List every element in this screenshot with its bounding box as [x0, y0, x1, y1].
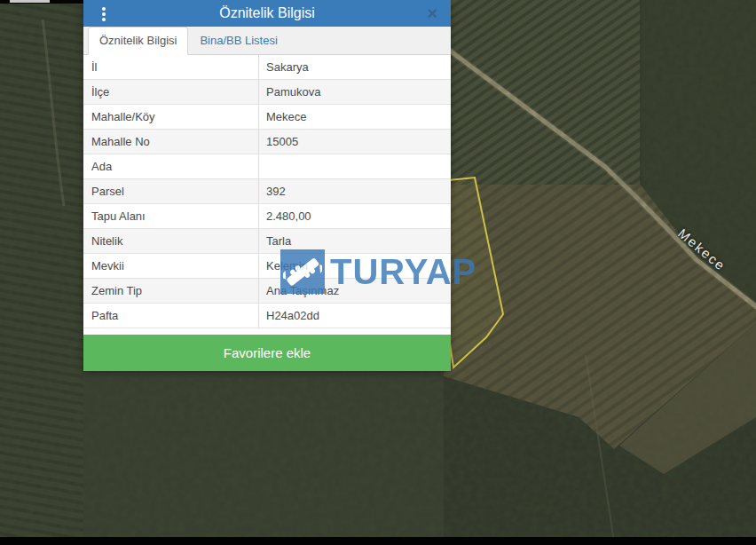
row-label: Tapu Alanı: [83, 204, 259, 228]
row-value: H24a02dd: [259, 304, 451, 328]
bottom-black-bar: [0, 537, 756, 545]
row-label: Mahalle No: [83, 130, 259, 154]
table-row: Tapu Alanı2.480,00: [83, 204, 451, 229]
table-row: Zemin TipAna Taşınmaz: [83, 279, 451, 304]
row-label: Pafta: [83, 304, 259, 328]
row-label: Mahalle/Köy: [83, 105, 259, 129]
row-label: Zemin Tip: [83, 279, 259, 303]
row-value: Tarla: [259, 229, 451, 253]
table-row: İlçePamukova: [83, 80, 451, 105]
attribute-table: İlSakaryaİlçePamukovaMahalle/KöyMekeceMa…: [83, 55, 451, 328]
table-row: MevkiiKelemin: [83, 254, 451, 279]
row-value: [259, 154, 451, 178]
table-row: PaftaH24a02dd: [83, 304, 451, 328]
attribute-info-panel: Öznitelik Bilgisi ✕ Öznitelik Bilgisi Bi…: [83, 0, 451, 371]
vertical-dots-icon[interactable]: [98, 4, 110, 24]
table-row: Parsel392: [83, 179, 451, 204]
row-value: 2.480,00: [259, 204, 451, 228]
row-label: Nitelik: [83, 229, 259, 253]
add-to-favorites-button[interactable]: Favorilere ekle: [83, 335, 451, 371]
panel-header: Öznitelik Bilgisi ✕: [83, 0, 451, 27]
row-label: İl: [83, 55, 259, 79]
row-value: Mekece: [259, 105, 451, 129]
table-row: Ada: [83, 154, 451, 179]
row-value: Kelemin: [259, 254, 451, 278]
row-value: Ana Taşınmaz: [259, 279, 451, 303]
row-label: Mevkii: [83, 254, 259, 278]
tab-bina-bb-listesi[interactable]: Bina/BB Listesi: [188, 27, 288, 55]
row-value: Pamukova: [259, 80, 451, 104]
close-icon[interactable]: ✕: [427, 0, 438, 27]
table-row: Mahalle/KöyMekece: [83, 105, 451, 130]
table-row: NitelikTarla: [83, 229, 451, 254]
table-row: İlSakarya: [83, 55, 451, 80]
tab-bar: Öznitelik Bilgisi Bina/BB Listesi: [83, 27, 451, 55]
panel-title: Öznitelik Bilgisi: [219, 5, 315, 21]
row-value: 15005: [259, 130, 451, 154]
row-label: İlçe: [83, 80, 259, 104]
row-label: Ada: [83, 154, 259, 178]
table-row: Mahalle No15005: [83, 130, 451, 154]
row-value: 392: [259, 179, 451, 203]
row-label: Parsel: [83, 179, 259, 203]
row-value: Sakarya: [259, 55, 451, 79]
top-gray-strip: [10, 0, 50, 3]
app-screen: Mekece Öznitelik Bilgisi ✕ Öznitelik Bil…: [0, 0, 756, 545]
tab-oznitelik-bilgisi[interactable]: Öznitelik Bilgisi: [88, 27, 188, 55]
